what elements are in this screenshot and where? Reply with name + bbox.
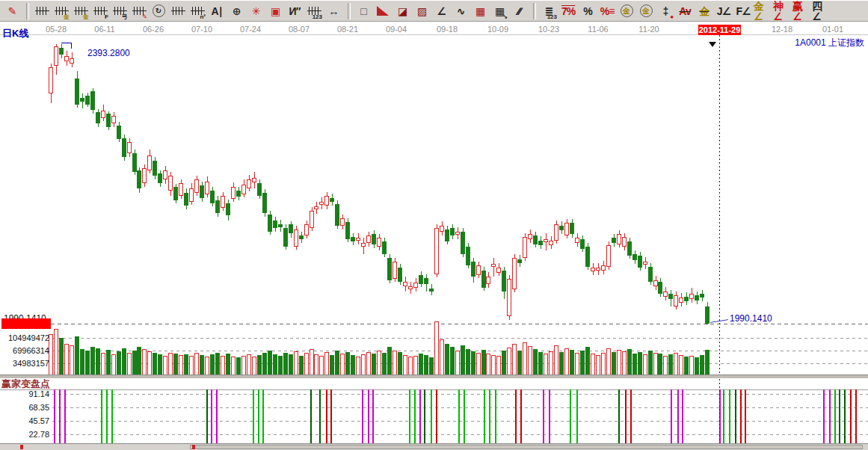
volume-bar-down	[106, 350, 111, 375]
tool-sub-glyph: n²	[200, 14, 206, 20]
red-pen-icon[interactable]: ✎	[3, 2, 21, 20]
f-gann-grid-icon[interactable]: F	[91, 2, 109, 20]
gold-circle-2-icon[interactable]: 金	[637, 2, 655, 20]
date-tick: 11-20	[638, 25, 659, 34]
mirror-angle-icon[interactable]: A∣	[208, 2, 226, 20]
candle-down	[648, 267, 653, 282]
gann-box-icon[interactable]: ◪	[393, 2, 411, 20]
tool-glyph: ∕∕∕	[517, 6, 520, 16]
trend-pencil-icon[interactable]: ∠	[432, 2, 450, 20]
date-tick: 06-26	[143, 25, 164, 34]
candle-up	[486, 277, 490, 284]
indicator-signal-line-g	[409, 389, 410, 443]
panel-splitter[interactable]	[0, 375, 868, 379]
indicator-signal-line-dg	[424, 389, 425, 443]
volume-bar-down	[580, 351, 585, 375]
hash-grid-glyph	[173, 7, 184, 15]
wave-mark-icon[interactable]: И″	[286, 2, 304, 20]
volume-bar-up	[575, 353, 579, 375]
parallel-lines-icon[interactable]: ∕∕∕	[510, 2, 528, 20]
candle-up	[554, 224, 558, 241]
volume-bar-up	[64, 344, 69, 375]
frame-tool-icon[interactable]: □	[354, 2, 372, 20]
ink-brush-icon[interactable]: ‡●	[656, 2, 674, 20]
time-cycle-icon[interactable]: ↻	[150, 2, 167, 20]
volume-bar-up	[179, 355, 183, 375]
volume-bar-down	[117, 351, 121, 375]
last-price-dashed-line	[51, 324, 868, 324]
volume-bar-down	[210, 354, 215, 375]
tool-sub-glyph: F	[105, 14, 108, 20]
percent-line-icon[interactable]: 7%	[559, 2, 577, 20]
candle-up	[507, 279, 511, 316]
horizontal-scrollbar[interactable]	[0, 443, 868, 450]
scrollbar-thumb[interactable]	[190, 445, 863, 449]
indicator-signal-line-g	[458, 389, 460, 443]
volume-bar-down	[200, 355, 204, 375]
candle-up	[403, 282, 407, 286]
gold-gann-grid-icon[interactable]: 金	[52, 2, 70, 20]
candle-down	[299, 235, 304, 239]
gold-strike-icon[interactable]: 金	[695, 2, 713, 20]
four-angle-icon[interactable]: 四∠	[812, 2, 830, 20]
volume-bar-down	[158, 354, 162, 375]
indicator-signal-line-g	[729, 389, 730, 443]
volume-bar-down	[466, 349, 470, 375]
percent-icon[interactable]: %	[579, 2, 597, 20]
tool-glyph: A∣	[211, 6, 222, 16]
candle-up	[663, 292, 668, 297]
indicator-signal-line-g	[106, 389, 108, 443]
zigzag-icon[interactable]: ∿	[452, 2, 470, 20]
candle-down	[96, 112, 100, 123]
j-angle-icon[interactable]: J∠	[715, 2, 733, 20]
wave-a-icon[interactable]: Av	[676, 2, 694, 20]
plain-grid-icon[interactable]	[169, 2, 187, 20]
red-pen-grid-icon[interactable]: ✎	[130, 2, 148, 20]
indicator-signal-line-g	[495, 389, 496, 443]
candle-up	[361, 243, 366, 247]
measure-width-icon[interactable]: ↔	[324, 2, 342, 20]
volume-ladder-icon[interactable]: ≣123	[540, 2, 558, 20]
ray-box-icon[interactable]: ▨	[413, 2, 431, 20]
indicator-signal-line-m	[829, 389, 831, 443]
candle-up	[252, 178, 256, 182]
candle-down	[695, 295, 699, 300]
gold-angle-icon[interactable]: 金∠	[754, 2, 772, 20]
square-target-icon[interactable]: ▣	[266, 2, 284, 20]
date-tick: 10-23	[538, 25, 559, 34]
percent-zones-icon[interactable]: %≡	[598, 2, 616, 20]
red-grid-icon[interactable]: ▦	[471, 2, 489, 20]
win-angle-icon[interactable]: 赢∠	[792, 2, 810, 20]
volume-bar-down	[59, 338, 64, 375]
f-angle-icon[interactable]: F∠	[734, 2, 752, 20]
indicator-signal-line-m	[59, 389, 61, 443]
volume-bar-up	[356, 357, 360, 375]
volume-bar-down	[351, 355, 355, 375]
gann-grid-icon[interactable]	[33, 2, 51, 20]
speed-fan-icon[interactable]	[374, 2, 392, 20]
volume-bar-down	[262, 353, 267, 375]
period-label: 日K线	[2, 27, 28, 40]
n2-grid-icon[interactable]: n²	[188, 2, 206, 20]
candle-up	[366, 235, 371, 243]
tool-glyph: 金	[640, 4, 653, 17]
golden-compass-icon[interactable]: ⊕	[227, 2, 245, 20]
tool-glyph: Av	[679, 6, 690, 16]
volume-bar-up	[606, 348, 611, 375]
candle-down	[283, 228, 288, 247]
indicator-signal-line-g	[258, 389, 259, 443]
shen-angle-icon[interactable]: 神∠	[773, 2, 791, 20]
volume-bar-down	[658, 354, 662, 375]
bow-grid-icon[interactable]: 弓	[111, 2, 129, 20]
gold-gann-grid-2-icon[interactable]: 金	[72, 2, 90, 20]
candle-down	[75, 78, 79, 105]
candle-up	[617, 234, 621, 244]
ruler-123-icon[interactable]: 123	[305, 2, 323, 20]
date-tick: 05-28	[46, 25, 67, 34]
gold-circle-icon[interactable]: 金	[618, 2, 635, 20]
last-price-annotation: 1990.1410	[730, 313, 772, 324]
grid-arrow-icon[interactable]: ▦↘	[490, 2, 508, 20]
toolbar: ✎金金F弓✎↻n²A∣⊕✳▣И″123↔□◪▨∠∿▦▦↘∕∕∕≣1237%%%≡…	[0, 0, 868, 22]
starburst-icon[interactable]: ✳	[247, 2, 265, 20]
volume-bar-down	[137, 347, 141, 375]
